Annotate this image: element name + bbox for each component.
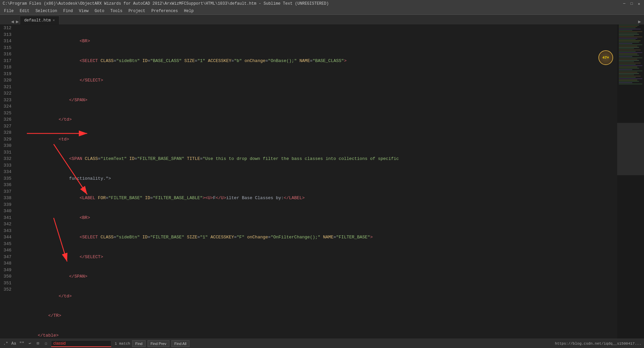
code-line-319: <LABEL FOR="FILTER_BASE" ID="FILTER_BASE…: [17, 195, 617, 201]
svg-rect-32: [619, 65, 642, 66]
tab-nav-left[interactable]: ◀: [10, 19, 15, 24]
svg-rect-14: [619, 42, 639, 43]
svg-rect-8: [619, 34, 639, 35]
svg-rect-10: [619, 37, 642, 37]
find-match-count: 1 match: [115, 342, 130, 346]
svg-rect-41: [619, 77, 636, 78]
tab-end-nav: ▶: [637, 19, 644, 24]
code-line-324: </td>: [17, 293, 617, 300]
svg-rect-38: [619, 73, 639, 74]
svg-rect-13: [619, 41, 641, 41]
maximize-button[interactable]: □: [629, 1, 634, 6]
title-controls[interactable]: ─ □ ✕: [622, 1, 641, 6]
speed-value: 47×: [602, 56, 609, 60]
tab-label: default.htm: [24, 18, 51, 23]
tab-close-button[interactable]: ×: [53, 18, 55, 22]
code-line-315: </SPAN>: [17, 97, 617, 104]
menu-goto[interactable]: Goto: [92, 8, 107, 14]
svg-rect-12: [619, 39, 636, 40]
code-line-323: </SPAN>: [17, 273, 617, 280]
menu-project[interactable]: Project: [126, 8, 148, 14]
code-line-317: <td>: [17, 136, 617, 143]
code-line-316: </td>: [17, 116, 617, 123]
svg-rect-23: [619, 54, 637, 54]
svg-rect-45: [619, 82, 632, 83]
code-line-321: <SELECT CLASS="sideBtn" ID="FILTER_BASE"…: [17, 234, 617, 241]
svg-rect-47: [617, 123, 644, 175]
svg-rect-29: [619, 61, 634, 62]
svg-rect-20: [619, 50, 641, 50]
svg-rect-37: [619, 72, 637, 72]
find-prev-button[interactable]: Find Prev: [148, 340, 169, 347]
wrap-toggle[interactable]: ↩: [27, 341, 33, 347]
editor-container: 312 313 314 315 316 317 318 319 320 321 …: [0, 25, 644, 339]
code-line-313: <SELECT CLASS="sideBtn" ID="BASE_CLASS" …: [17, 58, 617, 64]
menu-selection[interactable]: Selection: [33, 8, 60, 14]
code-line-320: <BR>: [17, 215, 617, 221]
svg-rect-30: [619, 63, 641, 63]
close-button[interactable]: ✕: [637, 1, 641, 6]
tab-scroll-right[interactable]: ▶: [637, 19, 642, 24]
menu-help[interactable]: Help: [181, 8, 197, 14]
title-bar: C:\Program Files (x86)\Autodesk\ObjectAR…: [0, 0, 644, 7]
tab-nav-right[interactable]: ▶: [15, 19, 19, 24]
menu-edit[interactable]: Edit: [17, 8, 32, 14]
menu-file[interactable]: File: [1, 8, 16, 14]
menu-view[interactable]: View: [76, 8, 91, 14]
code-area[interactable]: <BR> <SELECT CLASS="sideBtn" ID="BASE_CL…: [14, 25, 617, 339]
svg-rect-18: [619, 47, 639, 48]
svg-rect-16: [619, 45, 642, 45]
word-toggle[interactable]: "": [19, 341, 25, 347]
menu-preferences[interactable]: Preferences: [149, 8, 180, 14]
svg-rect-22: [619, 52, 642, 53]
line-numbers: 312 313 314 315 316 317 318 319 320 321 …: [0, 25, 14, 339]
highlight-toggle[interactable]: ☐: [43, 341, 49, 347]
minimap[interactable]: [617, 25, 644, 339]
tab-bar: ◀ ▶ default.htm × ▶: [0, 15, 644, 25]
menu-bar: File Edit Selection Find View Goto Tools…: [0, 7, 644, 15]
code-line-322: </SELECT>: [17, 254, 617, 260]
svg-rect-5: [619, 30, 632, 31]
svg-rect-36: [619, 71, 642, 71]
title-bar-left: C:\Program Files (x86)\Autodesk\ObjectAR…: [3, 1, 329, 6]
svg-rect-7: [619, 33, 637, 33]
svg-rect-21: [619, 51, 636, 52]
code-line-312: <BR>: [17, 38, 617, 45]
svg-rect-24: [619, 55, 639, 56]
svg-rect-39: [619, 74, 634, 75]
svg-rect-4: [619, 29, 641, 30]
menu-tools[interactable]: Tools: [108, 8, 125, 14]
code-line-325: </TR>: [17, 312, 617, 319]
find-bar: .* Aa "" ↩ ⊡ ☐ 1 match Find Find Prev Fi…: [0, 339, 644, 348]
find-all-button[interactable]: Find All: [171, 340, 190, 347]
find-input[interactable]: [51, 340, 111, 347]
case-sensitive-toggle[interactable]: Aa: [11, 341, 17, 347]
code-line-318b: functionality.">: [17, 175, 617, 182]
svg-rect-46: [619, 84, 642, 84]
in-selection-toggle[interactable]: ⊡: [35, 341, 41, 347]
find-button[interactable]: Find: [132, 340, 145, 347]
code-line-314: </SELECT>: [17, 77, 617, 84]
tab-default-htm[interactable]: default.htm ×: [20, 16, 59, 24]
svg-rect-27: [619, 59, 637, 59]
svg-rect-11: [619, 38, 637, 39]
regex-toggle[interactable]: .*: [3, 341, 9, 347]
svg-rect-6: [619, 32, 642, 32]
svg-rect-44: [619, 81, 639, 82]
svg-rect-31: [619, 64, 636, 65]
menu-find[interactable]: Find: [60, 8, 75, 14]
svg-rect-17: [619, 46, 637, 46]
svg-rect-19: [619, 48, 634, 49]
svg-rect-33: [619, 67, 637, 67]
svg-rect-1: [619, 25, 639, 25]
code-line-326: </table>: [17, 332, 617, 339]
minimize-button[interactable]: ─: [622, 1, 627, 6]
svg-rect-28: [619, 60, 639, 61]
svg-rect-35: [619, 69, 632, 70]
svg-rect-43: [619, 80, 637, 80]
svg-rect-3: [619, 27, 636, 28]
svg-rect-9: [619, 35, 634, 36]
minimap-svg: [617, 25, 644, 339]
speed-indicator: 47×: [598, 50, 613, 65]
svg-rect-42: [619, 78, 642, 79]
